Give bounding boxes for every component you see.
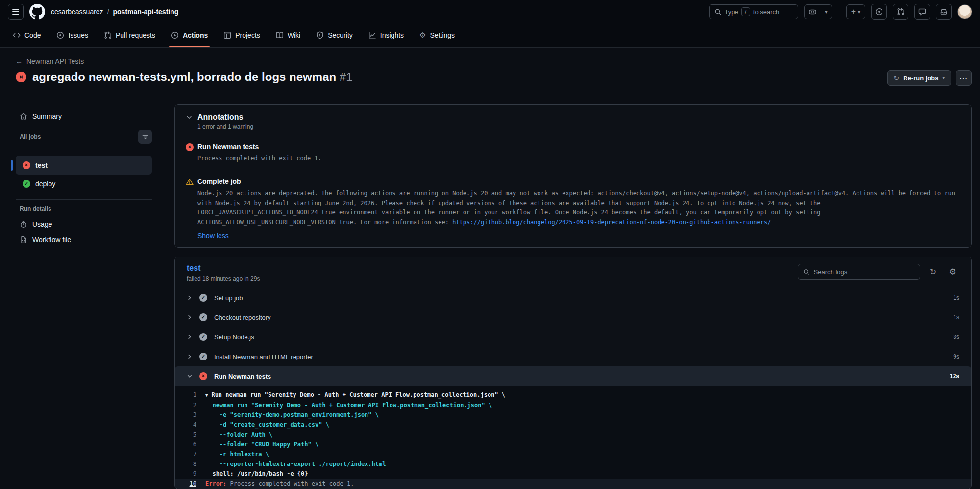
tab-pull-requests[interactable]: Pull requests bbox=[97, 24, 162, 47]
log-job-name-link[interactable]: test bbox=[187, 264, 200, 273]
log-line-text: shell: /usr/bin/bash -e {0} bbox=[205, 469, 308, 479]
show-less-link[interactable]: Show less bbox=[197, 232, 229, 240]
search-placeholder-post: to search bbox=[753, 8, 779, 16]
sync-icon: ↻ bbox=[894, 74, 900, 82]
tab-security[interactable]: Security bbox=[309, 24, 360, 47]
hamburger-menu-button[interactable] bbox=[8, 4, 24, 20]
git-pull-request-icon bbox=[104, 31, 112, 39]
log-settings-button[interactable]: ⚙ bbox=[946, 265, 959, 279]
filter-jobs-button[interactable] bbox=[138, 130, 152, 144]
sidebar-job-test[interactable]: × test bbox=[16, 156, 152, 175]
tab-label: Settings bbox=[430, 31, 455, 39]
tab-settings[interactable]: ⚙ Settings bbox=[413, 24, 462, 47]
step-success-icon: ✓ bbox=[199, 313, 207, 321]
search-icon bbox=[714, 8, 722, 16]
step-success-icon: ✓ bbox=[199, 294, 207, 302]
log-line-number[interactable]: 9 bbox=[175, 469, 196, 479]
chevron-down-icon[interactable] bbox=[186, 114, 193, 121]
caret-down-icon: ▾ bbox=[942, 76, 945, 80]
log-line-number[interactable]: 10 bbox=[175, 479, 196, 489]
log-line-number[interactable]: 4 bbox=[175, 420, 196, 430]
warning-triangle-icon bbox=[186, 178, 194, 240]
gear-icon: ⚙ bbox=[949, 267, 956, 277]
refresh-logs-button[interactable]: ↻ bbox=[926, 265, 940, 279]
step-row-checkout-repository[interactable]: ✓ Checkout repository 1s bbox=[175, 308, 971, 327]
run-options-kebab-button[interactable]: ··· bbox=[956, 70, 972, 86]
job-failed-icon: × bbox=[23, 161, 30, 169]
selected-job-indicator bbox=[11, 160, 13, 171]
create-new-button[interactable]: + ▾ bbox=[846, 4, 865, 19]
step-row-install-newman[interactable]: ✓ Install Newman and HTML reporter 9s bbox=[175, 347, 971, 366]
copilot-caret-button[interactable]: ▾ bbox=[821, 5, 832, 19]
tab-projects[interactable]: Projects bbox=[217, 24, 267, 47]
step-row-setup-job[interactable]: ✓ Set up job 1s bbox=[175, 288, 971, 308]
log-line-number[interactable]: 2 bbox=[175, 400, 196, 410]
issues-header-button[interactable] bbox=[871, 4, 887, 20]
back-to-workflow-link[interactable]: ← Newman API Tests bbox=[16, 57, 84, 65]
log-job-meta: failed 18 minutes ago in 29s bbox=[187, 275, 260, 282]
github-logo[interactable] bbox=[29, 4, 45, 20]
search-icon bbox=[803, 268, 810, 276]
tab-code[interactable]: Code bbox=[6, 24, 48, 47]
tab-issues[interactable]: Issues bbox=[49, 24, 95, 47]
chevron-right-icon bbox=[187, 314, 193, 320]
deprecation-changelog-link[interactable]: https://github.blog/changelog/2025-09-19… bbox=[452, 219, 771, 226]
table-icon bbox=[223, 31, 231, 39]
breadcrumb-owner-link[interactable]: cesarbeassuarez bbox=[51, 8, 103, 16]
tab-actions[interactable]: Actions bbox=[164, 24, 215, 47]
log-output: 1 ▼Run newman run "Serenity Demo - Auth … bbox=[175, 386, 971, 489]
stopwatch-icon bbox=[20, 220, 27, 228]
home-icon bbox=[20, 112, 27, 120]
sidebar-item-workflow-file[interactable]: Workflow file bbox=[16, 232, 152, 248]
filter-icon bbox=[142, 133, 149, 141]
job-log-panel: test failed 18 minutes ago in 29s ↻ ⚙ bbox=[174, 257, 972, 489]
log-line-text: --folder Auth \ bbox=[205, 430, 272, 439]
chevron-right-icon bbox=[187, 295, 193, 301]
annotations-panel: Annotations 1 error and 1 warning × Run … bbox=[174, 104, 972, 248]
pull-requests-header-button[interactable] bbox=[893, 4, 908, 20]
run-title-row: × agregado newman-tests.yml, borrado de … bbox=[16, 70, 972, 86]
collapse-group-toggle-icon[interactable]: ▼ bbox=[205, 393, 208, 398]
breadcrumb-repo-link[interactable]: postman-api-testing bbox=[113, 8, 179, 16]
log-line-number[interactable]: 5 bbox=[175, 430, 196, 439]
search-logs-input[interactable] bbox=[814, 268, 915, 276]
log-line-text: ▼Run newman run "Serenity Demo - Auth + … bbox=[205, 390, 505, 400]
tab-label: Pull requests bbox=[116, 31, 155, 39]
step-label: Set up job bbox=[214, 294, 946, 302]
rerun-jobs-button[interactable]: ↻ Re-run jobs ▾ bbox=[887, 70, 952, 86]
file-code-icon bbox=[20, 236, 27, 244]
user-avatar[interactable] bbox=[957, 4, 972, 19]
log-line-number[interactable]: 6 bbox=[175, 439, 196, 449]
annotation-warning-title[interactable]: Complete job bbox=[197, 178, 241, 185]
annotations-title: Annotations bbox=[197, 113, 243, 122]
log-line-number[interactable]: 8 bbox=[175, 459, 196, 469]
log-line-number[interactable]: 1 bbox=[175, 390, 196, 400]
annotation-error-title[interactable]: Run Newman tests bbox=[197, 143, 259, 151]
sidebar-job-deploy[interactable]: ✓ deploy bbox=[16, 175, 152, 193]
step-failed-icon: × bbox=[199, 372, 207, 380]
log-line-number[interactable]: 3 bbox=[175, 410, 196, 420]
tab-insights[interactable]: Insights bbox=[362, 24, 411, 47]
comment-header-button[interactable] bbox=[914, 4, 930, 20]
sidebar-item-usage[interactable]: Usage bbox=[16, 216, 152, 232]
log-line: 4 -d "create_customer_data.csv" \ bbox=[175, 420, 971, 430]
run-number: #1 bbox=[340, 70, 353, 83]
log-line-number[interactable]: 7 bbox=[175, 449, 196, 459]
log-line-text: newman run "Serenity Demo - Auth + Custo… bbox=[205, 400, 492, 410]
log-line: 2 newman run "Serenity Demo - Auth + Cus… bbox=[175, 400, 971, 410]
step-label: Setup Node.js bbox=[214, 334, 946, 341]
log-line: 5 --folder Auth \ bbox=[175, 430, 971, 439]
global-search-input[interactable]: Type / to search bbox=[709, 4, 798, 19]
step-row-run-newman-tests[interactable]: × Run Newman tests 12s bbox=[175, 366, 971, 386]
tab-wiki[interactable]: Wiki bbox=[269, 24, 307, 47]
step-row-setup-nodejs[interactable]: ✓ Setup Node.js 3s bbox=[175, 327, 971, 347]
sidebar-workflow-file-label: Workflow file bbox=[32, 236, 71, 244]
graph-icon bbox=[368, 31, 376, 39]
run-failed-status-icon: × bbox=[16, 72, 26, 82]
play-circle-icon bbox=[171, 31, 179, 39]
job-name: deploy bbox=[35, 180, 55, 188]
notifications-inbox-button[interactable] bbox=[936, 4, 952, 20]
copilot-button[interactable]: ▾ bbox=[804, 4, 832, 19]
sidebar-divider bbox=[16, 150, 152, 150]
sidebar-item-summary[interactable]: Summary bbox=[16, 108, 152, 124]
